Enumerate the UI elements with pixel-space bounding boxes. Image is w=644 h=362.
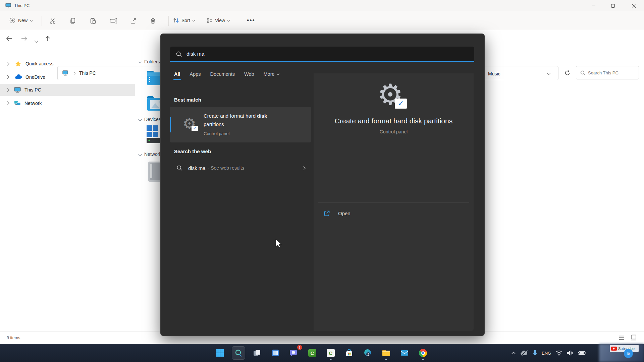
up-arrow-button[interactable]	[45, 36, 50, 42]
store-icon[interactable]	[342, 346, 356, 360]
address-chevron-icon[interactable]	[547, 71, 550, 75]
mouse-cursor	[275, 239, 283, 249]
language-indicator[interactable]: ENG	[542, 351, 551, 356]
recent-chevron-button[interactable]	[35, 38, 38, 44]
new-plus-icon	[9, 17, 15, 23]
mail-icon[interactable]	[398, 346, 411, 360]
this-pc-icon	[5, 3, 11, 8]
running-indicator	[422, 359, 424, 360]
monitor-icon	[14, 87, 21, 93]
best-match-title: Create and format hard disk partitions	[204, 112, 308, 128]
explorer-search-box[interactable]: Search This PC	[576, 66, 639, 79]
collapse-chevron-icon[interactable]	[139, 118, 142, 121]
camtasia-recorder-icon[interactable]: C	[324, 346, 337, 360]
back-arrow-button[interactable]	[6, 36, 13, 41]
more-ellipsis-button[interactable]: •••	[247, 17, 255, 24]
sort-label: Sort	[181, 18, 190, 23]
web-result-row[interactable]: disk ma - See web results	[170, 161, 311, 175]
best-match-subtitle: Control panel	[204, 131, 229, 136]
toolbar-separator	[42, 16, 42, 26]
expand-chevron-icon[interactable]	[5, 101, 9, 105]
check-badge-icon: ✓	[395, 99, 407, 109]
refresh-button[interactable]	[560, 66, 574, 79]
sort-button[interactable]: Sort	[173, 15, 195, 25]
cut-button[interactable]	[49, 17, 56, 24]
running-indicator	[385, 359, 387, 360]
expand-chevron-icon[interactable]	[5, 88, 9, 92]
chevron-up-icon[interactable]	[511, 352, 516, 355]
delete-button[interactable]	[150, 17, 156, 24]
check-badge-icon: ✓	[192, 126, 198, 131]
search-icon[interactable]	[232, 346, 245, 360]
wifi-icon[interactable]	[555, 350, 562, 356]
tab-all[interactable]: All	[174, 71, 180, 80]
sidebar-item-network[interactable]: Network	[0, 97, 135, 109]
music-tile-label[interactable]: Music	[488, 71, 500, 76]
section-header-folders[interactable]: Folders	[139, 59, 160, 64]
sidebar-item-label: Network	[24, 101, 42, 106]
close-button[interactable]	[626, 0, 641, 11]
open-label: Open	[338, 210, 351, 216]
items-count: 9 items	[7, 336, 20, 340]
search-icon	[176, 51, 182, 57]
section-header-network[interactable]: Network	[139, 152, 161, 157]
expand-chevron-icon[interactable]	[5, 62, 9, 65]
best-match-result[interactable]: ⚙ ✓ Create and format hard disk partitio…	[170, 107, 311, 142]
volume-icon[interactable]	[567, 350, 573, 356]
chrome-icon[interactable]	[416, 346, 430, 360]
tab-web[interactable]: Web	[244, 71, 254, 80]
selection-accent-bar	[170, 117, 171, 132]
windows-search-overlay: disk ma All Apps Documents Web More ••• …	[160, 34, 485, 336]
tab-more[interactable]: More	[264, 71, 279, 80]
open-external-icon	[324, 210, 330, 217]
sidebar-item-quick-access[interactable]: Quick access	[0, 58, 135, 70]
open-button[interactable]: Open	[324, 210, 351, 217]
tab-documents[interactable]: Documents	[210, 71, 235, 80]
search-tabs: All Apps Documents Web More	[174, 71, 279, 80]
chat-icon[interactable]: !	[287, 346, 301, 360]
star-icon	[15, 60, 21, 67]
running-indicator	[330, 359, 332, 360]
maximize-button[interactable]	[605, 0, 621, 11]
onedrive-offline-icon[interactable]	[520, 350, 528, 356]
sidebar-item-onedrive[interactable]: OneDrive	[0, 71, 135, 83]
notification-badge: !	[297, 345, 302, 350]
search-icon	[580, 70, 585, 75]
collapse-chevron-icon[interactable]	[139, 153, 142, 156]
search-input[interactable]: disk ma	[170, 47, 474, 62]
forward-arrow-button[interactable]	[21, 36, 28, 41]
copy-button[interactable]	[69, 17, 76, 24]
watermark-count-badge: 5	[624, 349, 633, 358]
sidebar-item-label: This PC	[24, 87, 41, 93]
details-view-icon[interactable]	[619, 335, 625, 340]
web-suffix: - See web results	[208, 165, 244, 171]
large-thumbnails-view-icon[interactable]	[631, 335, 637, 341]
task-view-icon[interactable]	[250, 346, 264, 360]
rename-button[interactable]	[110, 17, 117, 24]
view-list-icon	[207, 17, 213, 23]
sidebar-item-this-pc[interactable]: This PC	[0, 84, 135, 96]
file-explorer-icon[interactable]	[379, 346, 393, 360]
search-query-text: disk ma	[186, 51, 204, 57]
camtasia-icon[interactable]: C	[306, 346, 319, 360]
search-the-web-header: Search the web	[174, 148, 211, 154]
battery-charging-icon[interactable]	[578, 351, 586, 355]
paste-button[interactable]	[90, 17, 96, 24]
preview-subtitle: Control panel	[314, 129, 474, 134]
youtube-play-icon	[611, 347, 617, 351]
new-button[interactable]: New	[9, 15, 33, 25]
view-button[interactable]: View	[207, 15, 230, 25]
view-label: View	[215, 18, 225, 23]
chevron-down-icon	[227, 18, 230, 22]
microphone-icon[interactable]	[533, 350, 537, 356]
divider	[318, 202, 469, 202]
minimize-button[interactable]	[586, 0, 601, 11]
expand-chevron-icon[interactable]	[5, 75, 9, 79]
share-button[interactable]	[130, 17, 137, 24]
widgets-icon[interactable]	[269, 346, 282, 360]
start-icon[interactable]	[213, 346, 227, 360]
edge-icon[interactable]	[361, 346, 374, 360]
system-tray: ENG	[511, 344, 586, 362]
collapse-chevron-icon[interactable]	[139, 60, 142, 63]
tab-apps[interactable]: Apps	[190, 71, 201, 80]
